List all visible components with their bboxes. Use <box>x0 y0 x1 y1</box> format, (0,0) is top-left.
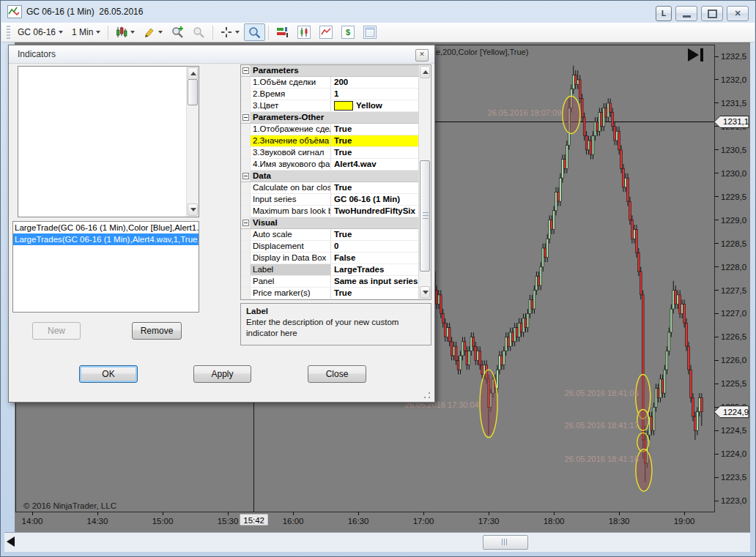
property-value[interactable]: GC 06-16 (1 Min) <box>331 194 419 205</box>
candle-body <box>637 253 640 272</box>
property-value[interactable]: True <box>331 229 419 240</box>
crosshair-button[interactable] <box>216 23 244 41</box>
title-bar[interactable]: GC 06-16 (1 Min) 26.05.2016 L ✕ <box>1 1 755 23</box>
horizontal-scrollbar[interactable] <box>4 532 750 552</box>
remove-button[interactable]: Remove <box>132 322 182 340</box>
property-row[interactable]: LabelLargeTrades <box>241 264 419 276</box>
account-button[interactable]: $ <box>337 23 359 41</box>
bar-type-button[interactable] <box>111 23 139 41</box>
dialog-title-bar[interactable]: Indicators <box>9 45 434 64</box>
toolbar-grip[interactable] <box>7 26 10 39</box>
property-row[interactable]: Displacement0 <box>241 241 419 253</box>
list-scrollbar[interactable] <box>186 67 199 217</box>
candle-body <box>557 192 560 201</box>
candle-body <box>596 122 598 131</box>
property-value[interactable]: True <box>331 288 419 299</box>
property-row[interactable]: 3.ЦветYellow <box>241 100 419 112</box>
trade-ellipse <box>480 370 497 438</box>
scroll-up-icon[interactable] <box>420 66 430 78</box>
property-value[interactable]: 1 <box>331 89 419 100</box>
grid-scrollbar[interactable] <box>418 65 431 299</box>
interval-dropdown[interactable]: 1 Min <box>67 23 105 41</box>
price-alignment-button[interactable] <box>272 23 293 41</box>
property-row[interactable]: Display in Data BoxFalse <box>241 253 419 264</box>
scroll-down-icon[interactable] <box>188 203 198 216</box>
collapse-icon[interactable] <box>242 67 249 74</box>
dollar-icon: $ <box>341 26 355 39</box>
close-button[interactable]: ✕ <box>727 6 749 21</box>
maximize-button[interactable] <box>701 6 723 21</box>
property-value[interactable]: TwoHundredFiftySix <box>331 206 419 217</box>
scroll-down-icon[interactable] <box>420 286 430 299</box>
candle-body <box>662 379 664 393</box>
property-value[interactable]: LargeTrades <box>331 264 419 275</box>
minimize-button[interactable] <box>675 6 697 21</box>
property-value[interactable]: True <box>331 147 419 158</box>
instrument-dropdown[interactable]: GC 06-16 <box>13 23 67 41</box>
zoom-out-button[interactable] <box>188 23 210 41</box>
property-value[interactable]: Yellow <box>331 100 419 111</box>
candle-body <box>542 248 544 267</box>
collapse-icon[interactable] <box>242 220 249 226</box>
zoom-in-button[interactable] <box>167 23 188 41</box>
collapse-icon[interactable] <box>242 114 249 121</box>
candle-body <box>583 117 585 136</box>
property-value[interactable]: True <box>331 124 419 135</box>
scrollbar-thumb[interactable] <box>483 535 528 550</box>
candle-body <box>457 360 459 370</box>
property-value[interactable]: 200 <box>331 77 419 88</box>
time-axis-label: 19:00 <box>674 517 695 526</box>
apply-button[interactable]: Apply <box>193 365 251 383</box>
collapse-icon[interactable] <box>242 173 249 179</box>
zoom-window-button[interactable] <box>244 23 265 41</box>
property-row[interactable]: 2.Время1 <box>241 89 419 100</box>
property-row[interactable]: 4.Имя звукового фаAlert4.wav <box>241 159 419 171</box>
property-row[interactable]: 3.Звуковой сигналTrue <box>241 147 419 159</box>
property-value[interactable]: True <box>331 135 419 146</box>
candle-body <box>603 108 605 127</box>
property-value[interactable]: False <box>331 253 419 263</box>
resize-grip[interactable] <box>423 392 431 399</box>
scrollbar-thumb[interactable] <box>188 79 198 105</box>
drawing-tools-button[interactable] <box>139 23 167 41</box>
candle-body <box>679 295 681 314</box>
ok-button[interactable]: OK <box>79 365 138 383</box>
grid-section-row[interactable]: Visual <box>241 217 419 229</box>
property-value[interactable]: True <box>331 182 419 193</box>
configured-indicator[interactable]: LargeTrades(GC 06-16 (1 Min),Alert4.wav,… <box>13 233 199 245</box>
property-row[interactable]: Auto scaleTrue <box>241 229 419 241</box>
scroll-left-icon[interactable] <box>7 537 15 547</box>
property-row[interactable]: PanelSame as input series <box>241 276 419 288</box>
scroll-up-icon[interactable] <box>188 67 198 80</box>
property-value[interactable]: Alert4.wav <box>331 159 419 170</box>
new-button[interactable]: New <box>32 322 81 340</box>
color-swatch <box>334 101 353 111</box>
grid-section-row[interactable]: Parameters-Other <box>241 112 419 124</box>
candle-body <box>499 356 501 370</box>
grid-section-row[interactable]: Parameters <box>241 65 419 77</box>
property-row[interactable]: Price marker(s)True <box>241 288 419 299</box>
available-indicators-list[interactable] <box>18 66 199 217</box>
scrollbar-thumb[interactable] <box>420 160 430 272</box>
property-label: 3.Звуковой сигнал <box>251 147 331 158</box>
configured-indicators-list[interactable]: LargeTrade(GC 06-16 (1 Min),Color [Blue]… <box>12 221 199 313</box>
grid-section-row[interactable]: Data <box>241 171 419 182</box>
close-dialog-button[interactable]: Close <box>308 365 366 383</box>
property-row[interactable]: Maximum bars look bTwoHundredFiftySix <box>241 206 419 217</box>
link-button[interactable]: L <box>656 6 672 21</box>
dialog-close-button[interactable]: ✕ <box>415 49 429 61</box>
property-row[interactable]: 2.Значение объёмаTrue <box>241 135 419 147</box>
property-grid[interactable]: Parameters1.Объём сделки2002.Время13.Цве… <box>240 64 431 300</box>
property-value[interactable]: 0 <box>331 241 419 252</box>
configured-indicator[interactable]: LargeTrade(GC 06-16 (1 Min),Color [Blue]… <box>13 222 199 233</box>
property-row[interactable]: 1.Отображение сделTrue <box>241 124 419 135</box>
data-box-button[interactable] <box>359 23 381 41</box>
property-row[interactable]: Input seriesGC 06-16 (1 Min) <box>241 194 419 206</box>
time-axis-label: 15:30 <box>218 517 239 526</box>
property-row[interactable]: 1.Объём сделки200 <box>241 77 419 89</box>
chart-properties-button[interactable] <box>293 23 315 41</box>
property-row[interactable]: Calculate on bar closTrue <box>241 182 419 194</box>
property-value[interactable]: Same as input series <box>331 276 419 287</box>
price-marker-label: 1224,9 <box>723 408 749 416</box>
line-chart-button[interactable] <box>315 23 337 41</box>
